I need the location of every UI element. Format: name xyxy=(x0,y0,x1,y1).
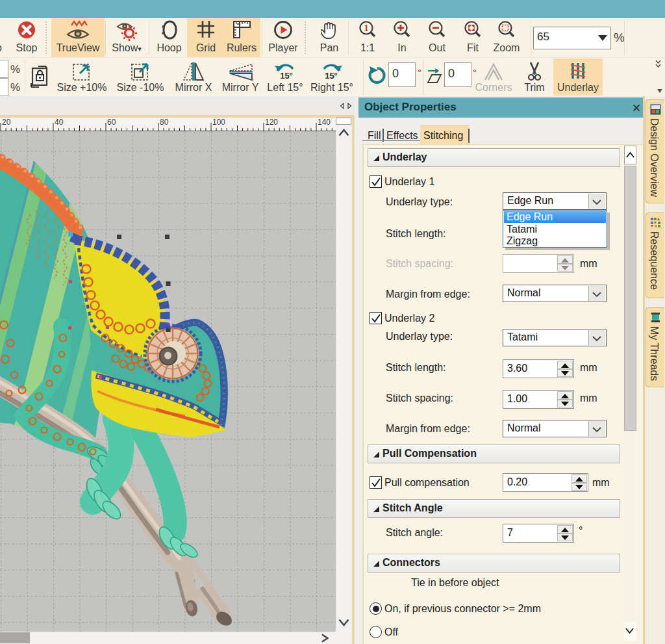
svg-text:100: 100 xyxy=(212,118,225,127)
svg-text:20: 20 xyxy=(2,118,11,127)
svg-text:140: 140 xyxy=(318,118,331,127)
svg-text:60: 60 xyxy=(107,118,116,127)
svg-text:1: 1 xyxy=(364,23,369,33)
svg-text:120: 120 xyxy=(265,118,278,127)
svg-text:80: 80 xyxy=(160,118,169,127)
svg-text:15°: 15° xyxy=(325,71,338,81)
svg-text:40: 40 xyxy=(55,118,64,127)
svg-text:15°: 15° xyxy=(280,71,293,81)
